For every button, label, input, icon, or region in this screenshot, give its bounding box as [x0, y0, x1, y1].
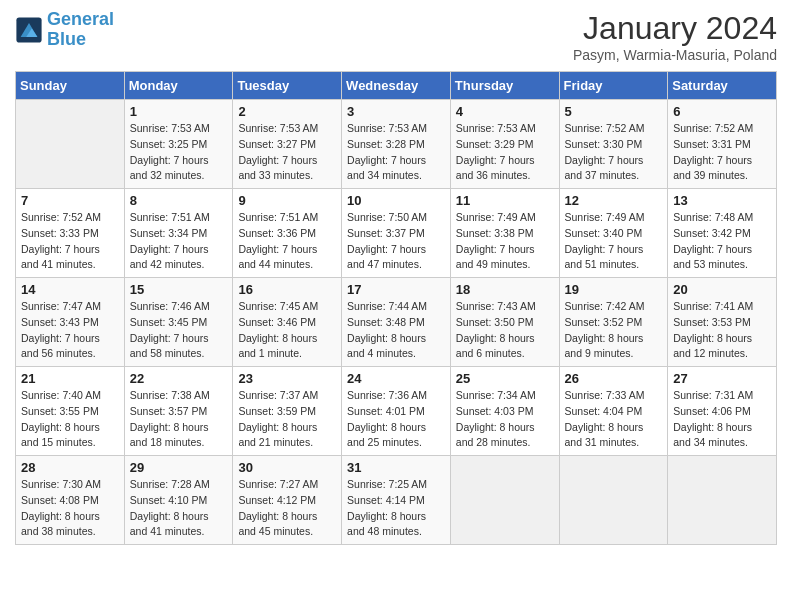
- logo: General Blue: [15, 10, 114, 50]
- day-header-sunday: Sunday: [16, 72, 125, 100]
- day-number: 11: [456, 193, 554, 208]
- day-info: Sunrise: 7:47 AM Sunset: 3:43 PM Dayligh…: [21, 299, 119, 362]
- day-info: Sunrise: 7:45 AM Sunset: 3:46 PM Dayligh…: [238, 299, 336, 362]
- calendar-cell: 25Sunrise: 7:34 AM Sunset: 4:03 PM Dayli…: [450, 367, 559, 456]
- day-number: 13: [673, 193, 771, 208]
- calendar-cell: [668, 456, 777, 545]
- day-info: Sunrise: 7:28 AM Sunset: 4:10 PM Dayligh…: [130, 477, 228, 540]
- day-header-monday: Monday: [124, 72, 233, 100]
- calendar-week-row: 21Sunrise: 7:40 AM Sunset: 3:55 PM Dayli…: [16, 367, 777, 456]
- day-number: 10: [347, 193, 445, 208]
- day-number: 18: [456, 282, 554, 297]
- day-info: Sunrise: 7:43 AM Sunset: 3:50 PM Dayligh…: [456, 299, 554, 362]
- calendar-table: SundayMondayTuesdayWednesdayThursdayFrid…: [15, 71, 777, 545]
- day-number: 20: [673, 282, 771, 297]
- day-number: 1: [130, 104, 228, 119]
- calendar-week-row: 7Sunrise: 7:52 AM Sunset: 3:33 PM Daylig…: [16, 189, 777, 278]
- calendar-cell: 3Sunrise: 7:53 AM Sunset: 3:28 PM Daylig…: [342, 100, 451, 189]
- calendar-cell: 30Sunrise: 7:27 AM Sunset: 4:12 PM Dayli…: [233, 456, 342, 545]
- logo-icon: [15, 16, 43, 44]
- day-info: Sunrise: 7:53 AM Sunset: 3:25 PM Dayligh…: [130, 121, 228, 184]
- calendar-cell: 27Sunrise: 7:31 AM Sunset: 4:06 PM Dayli…: [668, 367, 777, 456]
- calendar-cell: 16Sunrise: 7:45 AM Sunset: 3:46 PM Dayli…: [233, 278, 342, 367]
- calendar-cell: 12Sunrise: 7:49 AM Sunset: 3:40 PM Dayli…: [559, 189, 668, 278]
- day-info: Sunrise: 7:52 AM Sunset: 3:33 PM Dayligh…: [21, 210, 119, 273]
- day-header-thursday: Thursday: [450, 72, 559, 100]
- calendar-cell: 13Sunrise: 7:48 AM Sunset: 3:42 PM Dayli…: [668, 189, 777, 278]
- calendar-cell: 19Sunrise: 7:42 AM Sunset: 3:52 PM Dayli…: [559, 278, 668, 367]
- day-info: Sunrise: 7:52 AM Sunset: 3:31 PM Dayligh…: [673, 121, 771, 184]
- day-info: Sunrise: 7:49 AM Sunset: 3:40 PM Dayligh…: [565, 210, 663, 273]
- day-info: Sunrise: 7:51 AM Sunset: 3:36 PM Dayligh…: [238, 210, 336, 273]
- day-info: Sunrise: 7:49 AM Sunset: 3:38 PM Dayligh…: [456, 210, 554, 273]
- month-title: January 2024: [573, 10, 777, 47]
- calendar-cell: 24Sunrise: 7:36 AM Sunset: 4:01 PM Dayli…: [342, 367, 451, 456]
- day-number: 5: [565, 104, 663, 119]
- day-info: Sunrise: 7:31 AM Sunset: 4:06 PM Dayligh…: [673, 388, 771, 451]
- calendar-cell: [16, 100, 125, 189]
- day-number: 27: [673, 371, 771, 386]
- day-info: Sunrise: 7:51 AM Sunset: 3:34 PM Dayligh…: [130, 210, 228, 273]
- day-info: Sunrise: 7:44 AM Sunset: 3:48 PM Dayligh…: [347, 299, 445, 362]
- calendar-cell: 4Sunrise: 7:53 AM Sunset: 3:29 PM Daylig…: [450, 100, 559, 189]
- day-info: Sunrise: 7:34 AM Sunset: 4:03 PM Dayligh…: [456, 388, 554, 451]
- day-number: 3: [347, 104, 445, 119]
- day-number: 15: [130, 282, 228, 297]
- calendar-cell: 8Sunrise: 7:51 AM Sunset: 3:34 PM Daylig…: [124, 189, 233, 278]
- day-info: Sunrise: 7:53 AM Sunset: 3:28 PM Dayligh…: [347, 121, 445, 184]
- day-info: Sunrise: 7:46 AM Sunset: 3:45 PM Dayligh…: [130, 299, 228, 362]
- day-info: Sunrise: 7:30 AM Sunset: 4:08 PM Dayligh…: [21, 477, 119, 540]
- day-info: Sunrise: 7:41 AM Sunset: 3:53 PM Dayligh…: [673, 299, 771, 362]
- calendar-cell: 14Sunrise: 7:47 AM Sunset: 3:43 PM Dayli…: [16, 278, 125, 367]
- day-number: 8: [130, 193, 228, 208]
- location-subtitle: Pasym, Warmia-Masuria, Poland: [573, 47, 777, 63]
- day-header-tuesday: Tuesday: [233, 72, 342, 100]
- day-number: 22: [130, 371, 228, 386]
- calendar-cell: 18Sunrise: 7:43 AM Sunset: 3:50 PM Dayli…: [450, 278, 559, 367]
- day-info: Sunrise: 7:33 AM Sunset: 4:04 PM Dayligh…: [565, 388, 663, 451]
- day-number: 25: [456, 371, 554, 386]
- day-info: Sunrise: 7:53 AM Sunset: 3:29 PM Dayligh…: [456, 121, 554, 184]
- calendar-header-row: SundayMondayTuesdayWednesdayThursdayFrid…: [16, 72, 777, 100]
- day-number: 16: [238, 282, 336, 297]
- day-number: 23: [238, 371, 336, 386]
- day-header-friday: Friday: [559, 72, 668, 100]
- day-number: 17: [347, 282, 445, 297]
- day-number: 4: [456, 104, 554, 119]
- calendar-cell: 21Sunrise: 7:40 AM Sunset: 3:55 PM Dayli…: [16, 367, 125, 456]
- calendar-cell: 20Sunrise: 7:41 AM Sunset: 3:53 PM Dayli…: [668, 278, 777, 367]
- day-info: Sunrise: 7:52 AM Sunset: 3:30 PM Dayligh…: [565, 121, 663, 184]
- day-info: Sunrise: 7:27 AM Sunset: 4:12 PM Dayligh…: [238, 477, 336, 540]
- calendar-cell: [450, 456, 559, 545]
- calendar-cell: 5Sunrise: 7:52 AM Sunset: 3:30 PM Daylig…: [559, 100, 668, 189]
- day-number: 29: [130, 460, 228, 475]
- day-number: 6: [673, 104, 771, 119]
- day-info: Sunrise: 7:25 AM Sunset: 4:14 PM Dayligh…: [347, 477, 445, 540]
- calendar-cell: 2Sunrise: 7:53 AM Sunset: 3:27 PM Daylig…: [233, 100, 342, 189]
- calendar-cell: 9Sunrise: 7:51 AM Sunset: 3:36 PM Daylig…: [233, 189, 342, 278]
- day-info: Sunrise: 7:42 AM Sunset: 3:52 PM Dayligh…: [565, 299, 663, 362]
- day-info: Sunrise: 7:40 AM Sunset: 3:55 PM Dayligh…: [21, 388, 119, 451]
- day-info: Sunrise: 7:50 AM Sunset: 3:37 PM Dayligh…: [347, 210, 445, 273]
- calendar-cell: 29Sunrise: 7:28 AM Sunset: 4:10 PM Dayli…: [124, 456, 233, 545]
- day-number: 2: [238, 104, 336, 119]
- logo-blue: Blue: [47, 29, 86, 49]
- calendar-cell: 17Sunrise: 7:44 AM Sunset: 3:48 PM Dayli…: [342, 278, 451, 367]
- day-info: Sunrise: 7:37 AM Sunset: 3:59 PM Dayligh…: [238, 388, 336, 451]
- day-number: 14: [21, 282, 119, 297]
- day-number: 12: [565, 193, 663, 208]
- calendar-cell: 22Sunrise: 7:38 AM Sunset: 3:57 PM Dayli…: [124, 367, 233, 456]
- day-info: Sunrise: 7:36 AM Sunset: 4:01 PM Dayligh…: [347, 388, 445, 451]
- page-header: General Blue January 2024 Pasym, Warmia-…: [15, 10, 777, 63]
- title-block: January 2024 Pasym, Warmia-Masuria, Pola…: [573, 10, 777, 63]
- logo-general: General: [47, 9, 114, 29]
- calendar-cell: [559, 456, 668, 545]
- calendar-cell: 15Sunrise: 7:46 AM Sunset: 3:45 PM Dayli…: [124, 278, 233, 367]
- day-header-saturday: Saturday: [668, 72, 777, 100]
- day-number: 21: [21, 371, 119, 386]
- day-number: 19: [565, 282, 663, 297]
- calendar-cell: 6Sunrise: 7:52 AM Sunset: 3:31 PM Daylig…: [668, 100, 777, 189]
- day-info: Sunrise: 7:38 AM Sunset: 3:57 PM Dayligh…: [130, 388, 228, 451]
- logo-text: General Blue: [47, 10, 114, 50]
- day-number: 26: [565, 371, 663, 386]
